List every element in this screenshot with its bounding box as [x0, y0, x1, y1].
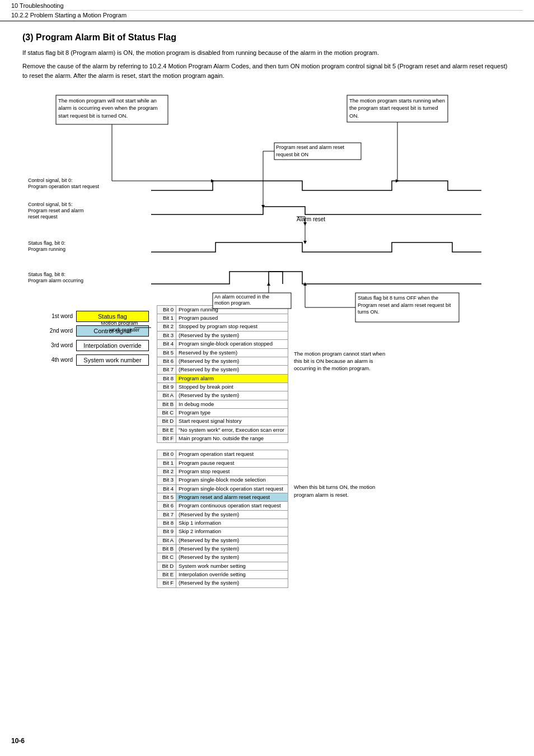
page-header: 10 Troubleshooting 10.2.2 Problem Starti…: [0, 0, 534, 21]
page-footer: 10-6: [11, 737, 25, 745]
svg-text:Motion program: Motion program: [101, 320, 138, 326]
section-para2: Remove the cause of the alarm by referri…: [22, 62, 512, 81]
svg-marker-30: [303, 241, 307, 244]
svg-text:An alarm occurred in the: An alarm occurred in the: [214, 294, 269, 300]
control-bit-table: Bit 0Program operation start requestBit …: [157, 450, 288, 588]
svg-text:motion program.: motion program.: [214, 300, 251, 306]
svg-text:Alarm reset: Alarm reset: [297, 216, 325, 222]
svg-text:reset request: reset request: [28, 214, 58, 220]
svg-text:Status flag, bit 8:: Status flag, bit 8:: [28, 272, 65, 277]
svg-text:Program running: Program running: [28, 246, 65, 252]
control-note: When this bit turns ON, the motion progr…: [294, 483, 395, 498]
page-number: 10-6: [11, 737, 25, 745]
timing-diagram: The motion program will not start while …: [22, 92, 512, 395]
svg-text:Program alarm occurring: Program alarm occurring: [28, 278, 83, 283]
breadcrumb-line2: 10.2.2 Problem Starting a Motion Program: [11, 10, 523, 18]
svg-text:Status flag, bit 0:: Status flag, bit 0:: [28, 240, 65, 246]
svg-text:Program operation start reques: Program operation start request: [28, 184, 100, 189]
section-title: (3) Program Alarm Bit of Status Flag: [22, 32, 512, 43]
breadcrumb-line1: 10 Troubleshooting: [11, 2, 523, 9]
section-para1: If status flag bit 8 (Program alarm) is …: [22, 48, 512, 58]
svg-text:Control signal, bit 5:: Control signal, bit 5:: [28, 202, 73, 207]
svg-text:work register: work register: [109, 326, 139, 333]
svg-text:Control signal, bit 0:: Control signal, bit 0:: [28, 178, 73, 183]
diagram-svg: The motion program will not start while …: [22, 92, 509, 395]
svg-text:Program reset and alarm: Program reset and alarm: [28, 208, 84, 213]
control-table-with-note: Bit 0Program operation start requestBit …: [157, 450, 395, 588]
